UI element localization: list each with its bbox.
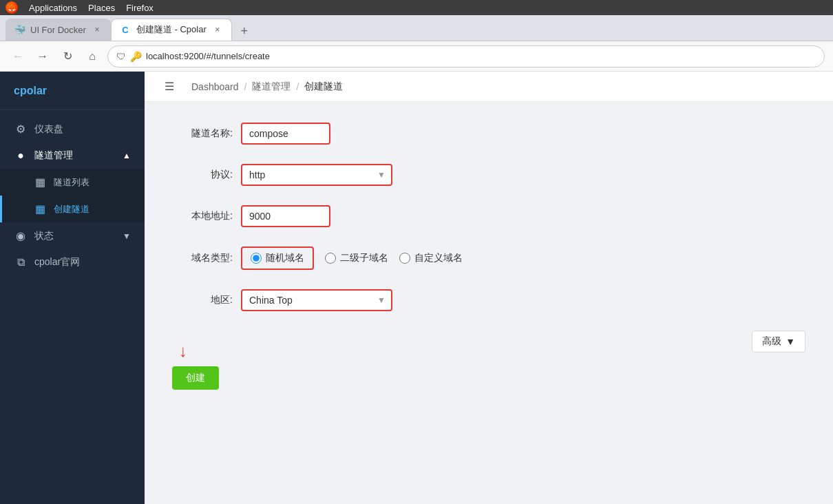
status-arrow: ▼ [123,231,131,241]
sidebar-item-dashboard-label: 仪表盘 [34,123,63,136]
browser-toolbar: ← → ↻ ⌂ 🛡 🔑 localhost:9200/#/tunnels/cre… [0,41,833,72]
domain-type-label: 域名类型 [172,252,241,264]
protocol-select[interactable]: http https tcp udp [241,164,392,186]
sidebar-item-tunnel-mgmt[interactable]: ● 隧道管理 ▲ [0,143,145,169]
sidebar-item-cpolar-site-label: cpolar官网 [34,256,80,269]
dashboard-icon: ⚙ [14,123,28,136]
tunnel-name-row: 隧道名称 [172,123,805,145]
radio-custom-domain-label: 自定义域名 [414,252,463,264]
tunnel-mgmt-arrow: ▲ [123,151,131,160]
tunnel-name-input[interactable] [241,123,330,145]
radio-custom-domain[interactable]: 自定义域名 [399,252,463,264]
domain-type-radio-group: 随机域名 [241,246,314,270]
content-area: cpolar ⚙ 仪表盘 ● 隧道管理 ▲ ▦ 隧道列表 [0,72,833,504]
address-bar[interactable]: 🛡 🔑 localhost:9200/#/tunnels/create [107,45,825,67]
sidebar-item-cpolar-site[interactable]: ⧉ cpolar官网 [0,249,145,275]
breadcrumb-bar: ☰ Dashboard / 隧道管理 / 创建隧道 [145,72,833,102]
breadcrumb-current: 创建隧道 [304,81,343,93]
tunnel-name-label: 隧道名称 [172,127,241,140]
sidebar-item-create-tunnel[interactable]: ▦ 创建隧道 [0,196,145,222]
local-addr-row: 本地地址 [172,205,805,227]
form-container: 隧道名称 协议 http https tcp udp ▼ [145,102,833,504]
create-row: ↓ 创建 [172,366,805,390]
browser-window: 🐳 UI For Docker × C 创建隧道 - Cpolar × + ← … [0,15,833,504]
advanced-button[interactable]: 高级 ▼ [752,330,805,353]
tab-docker-close[interactable]: × [92,24,103,35]
radio-custom-domain-input[interactable] [399,253,410,264]
tab-docker[interactable]: 🐳 UI For Docker × [6,19,111,41]
local-addr-input[interactable] [241,205,330,227]
create-button[interactable]: 创建 [172,366,219,390]
breadcrumb-sep-1: / [244,81,247,92]
security-icon: 🛡 [116,51,126,62]
sidebar-submenu-tunnel: ▦ 隧道列表 ▦ 创建隧道 [0,169,145,222]
domain-type-row: 域名类型 随机域名 二级子域名 自定义域名 [172,246,805,270]
advanced-dropdown-icon: ▼ [785,336,795,347]
tunnel-list-icon: ▦ [33,176,47,189]
region-select-wrapper: China Top China VIP US ▼ [241,289,392,311]
radio-subdomain[interactable]: 二级子域名 [325,252,388,264]
cpolar-favicon: C [120,24,131,35]
os-firefox[interactable]: Firefox [126,3,154,13]
sidebar-item-tunnel-list-label: 隧道列表 [54,176,89,189]
browser-tab-bar: 🐳 UI For Docker × C 创建隧道 - Cpolar × + [0,15,833,41]
os-taskbar: 🦊 Applications Places Firefox [0,0,833,15]
create-tunnel-icon: ▦ [33,202,47,216]
radio-random-domain[interactable]: 随机域名 [251,252,304,264]
docker-favicon: 🐳 [14,24,25,35]
os-places[interactable]: Places [88,3,115,13]
local-addr-label: 本地地址 [172,210,241,222]
breadcrumb-sep-2: / [296,81,299,92]
main-panel: ☰ Dashboard / 隧道管理 / 创建隧道 隧道名称 协议 [145,72,833,504]
tab-docker-label: UI For Docker [30,25,86,35]
lock-icon: 🔑 [130,51,142,62]
sidebar-item-dashboard[interactable]: ⚙ 仪表盘 [0,116,145,143]
sidebar-item-create-tunnel-label: 创建隧道 [54,203,89,216]
breadcrumb-tunnel-mgmt[interactable]: 隧道管理 [252,81,291,93]
status-icon: ◉ [14,229,28,242]
sidebar-item-status-label: 状态 [34,230,54,242]
region-label: 地区 [172,294,241,306]
sidebar-logo: cpolar [0,72,145,110]
sidebar-item-tunnel-list[interactable]: ▦ 隧道列表 [0,169,145,196]
advanced-row: 高级 ▼ [172,330,805,353]
sidebar-nav: ⚙ 仪表盘 ● 隧道管理 ▲ ▦ 隧道列表 ▦ 创建隧道 [0,110,145,504]
radio-random-domain-input[interactable] [251,253,262,264]
menu-toggle-button[interactable]: ☰ [158,76,180,98]
tab-cpolar[interactable]: C 创建隧道 - Cpolar × [111,19,232,41]
sidebar-item-tunnel-mgmt-label: 隧道管理 [34,149,73,162]
tab-cpolar-close[interactable]: × [212,24,223,35]
tunnel-mgmt-icon: ● [14,149,28,162]
arrow-indicator: ↓ [179,342,187,361]
tab-cpolar-label: 创建隧道 - Cpolar [136,23,207,36]
radio-subdomain-label: 二级子域名 [340,252,388,264]
region-row: 地区 China Top China VIP US ▼ [172,289,805,311]
create-button-label: 创建 [186,372,205,383]
radio-subdomain-input[interactable] [325,253,336,264]
reload-button[interactable]: ↻ [58,47,77,66]
new-tab-button[interactable]: + [235,21,254,41]
address-text: localhost:9200/#/tunnels/create [146,51,270,61]
os-logo[interactable]: 🦊 [6,1,18,14]
protocol-label: 协议 [172,169,241,181]
home-button[interactable]: ⌂ [83,47,102,66]
advanced-button-label: 高级 [762,335,781,348]
cpolar-site-icon: ⧉ [14,256,28,269]
region-select[interactable]: China Top China VIP US [241,289,392,311]
sidebar-item-status[interactable]: ◉ 状态 ▼ [0,222,145,249]
sidebar: cpolar ⚙ 仪表盘 ● 隧道管理 ▲ ▦ 隧道列表 [0,72,145,504]
radio-random-domain-label: 随机域名 [266,252,304,264]
protocol-row: 协议 http https tcp udp ▼ [172,164,805,186]
breadcrumb-dashboard[interactable]: Dashboard [191,81,239,92]
forward-button[interactable]: → [33,47,52,66]
os-applications[interactable]: Applications [29,3,77,13]
protocol-select-wrapper: http https tcp udp ▼ [241,164,392,186]
back-button[interactable]: ← [8,47,28,66]
